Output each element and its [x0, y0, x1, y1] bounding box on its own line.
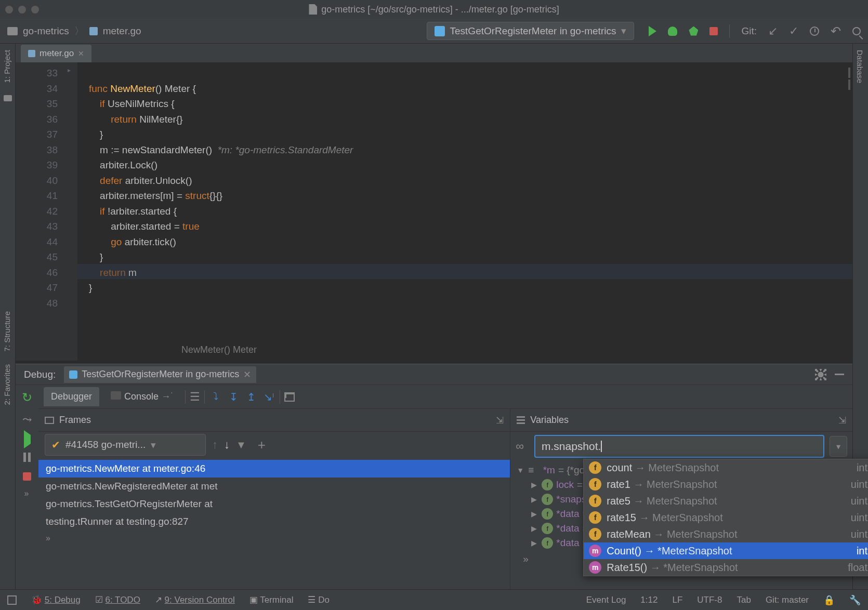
stack-frame[interactable]: go-metrics.TestGetOrRegisterMeter at [38, 495, 510, 513]
debug-session-tab[interactable]: TestGetOrRegisterMeter in go-metrics ✕ [64, 366, 256, 383]
step-over-button[interactable]: ⤵ [209, 390, 222, 404]
vcs-revert-icon[interactable] [831, 24, 841, 38]
stack-frame[interactable]: go-metrics.NewMeter at meter.go:46 [38, 460, 510, 478]
resume-button[interactable] [24, 435, 31, 444]
autocomplete-item[interactable]: f rate5 → MeterSnapshot uint64 [584, 493, 868, 509]
autocomplete-item[interactable]: f rate15 → MeterSnapshot uint64 [584, 509, 868, 526]
debug-side-toolbar: ↻ ⤳ » [16, 385, 38, 589]
run-to-cursor-button[interactable]: ↘I [262, 390, 275, 404]
status-doc-tab[interactable]: ☰ Do [308, 594, 329, 605]
stack-frame[interactable]: go-metrics.NewRegisteredMeter at met [38, 478, 510, 495]
editor-tab[interactable]: meter.go ✕ [21, 45, 91, 62]
breadcrumb-function[interactable]: NewMeter() Meter [181, 342, 257, 358]
zoom-window-icon[interactable] [31, 6, 39, 14]
threads-icon[interactable]: ☰ [190, 390, 200, 404]
settings-icon[interactable] [815, 369, 826, 380]
run-configuration-selector[interactable]: TestGetOrRegisterMeter in go-metrics ▾ [427, 22, 635, 40]
autocomplete-item[interactable]: f rate1 → MeterSnapshot uint64 [584, 476, 868, 493]
hide-icon[interactable] [835, 374, 844, 375]
autocomplete-popup[interactable]: f count → MeterSnapshot int64 f rate1 → … [583, 459, 868, 576]
stop-debug-button[interactable] [23, 472, 31, 481]
hector-icon[interactable]: 🔧 [849, 594, 861, 606]
close-icon[interactable]: ✕ [243, 369, 251, 380]
step-into-button[interactable]: ↧ [227, 390, 240, 404]
eval-history-dropdown[interactable]: ▾ [830, 436, 847, 457]
status-terminal-tab[interactable]: ▣ Terminal [249, 594, 294, 605]
thread-selector[interactable]: ✔ #41458 go-metri... ▾ [45, 434, 206, 456]
stack-frame[interactable]: testing.tRunner at testing.go:827 [38, 513, 510, 531]
evaluate-icon[interactable] [284, 392, 295, 402]
autocomplete-item[interactable]: m Count() → *MeterSnapshot int64 [584, 542, 868, 559]
line-ending[interactable]: LF [672, 595, 682, 605]
coverage-button[interactable] [689, 26, 698, 36]
rerun-button[interactable]: ↻ [22, 390, 32, 405]
gopher-icon [435, 26, 445, 36]
close-tab-icon[interactable]: ✕ [78, 49, 84, 58]
favorites-tool-tab[interactable]: 2: Favorites [0, 358, 14, 411]
folder-icon [7, 27, 18, 35]
separator [729, 24, 730, 38]
separator [204, 390, 205, 404]
autocomplete-item[interactable]: f count → MeterSnapshot int64 [584, 459, 868, 476]
field-kind-icon: f [589, 478, 601, 490]
file-icon [309, 4, 317, 15]
more-frames-icon[interactable]: » [38, 531, 510, 546]
lock-icon[interactable]: 🔒 [823, 594, 835, 606]
gopher-icon [69, 370, 77, 379]
status-eventlog-tab[interactable]: Event Log [586, 595, 626, 605]
status-bar: 🐞 5: Debug ☑ 6: TODO ↗ 9: Version Contro… [0, 589, 868, 610]
indent-style[interactable]: Tab [737, 595, 751, 605]
restore-layout-icon[interactable]: ⇲ [496, 415, 504, 426]
breadcrumb-file[interactable]: meter.go [103, 25, 141, 37]
autocomplete-item[interactable]: f rateMean → MeterSnapshot uint64 [584, 526, 868, 542]
evaluate-expression-input[interactable]: m.snapshot. [534, 435, 824, 458]
more-icon[interactable]: » [24, 489, 30, 498]
scrollbar-markers[interactable] [848, 68, 850, 90]
project-tool-tab[interactable]: 1: Project [0, 44, 14, 89]
fold-icon[interactable]: ▸ [68, 67, 71, 74]
git-branch[interactable]: Git: master [766, 595, 809, 605]
method-kind-icon: m [589, 561, 601, 574]
code-editor[interactable]: 333435 363738 394041 424344 454647 48 ▸ … [16, 62, 852, 361]
pause-button[interactable] [22, 453, 32, 464]
caret-position[interactable]: 1:12 [640, 595, 657, 605]
vcs-commit-icon[interactable] [789, 24, 798, 38]
prev-frame-button[interactable]: ↑ [212, 438, 218, 452]
breadcrumb-project[interactable]: go-metrics [23, 25, 69, 37]
debug-header: Debug: TestGetOrRegisterMeter in go-metr… [16, 364, 852, 385]
debugger-tab[interactable]: Debugger [44, 387, 99, 406]
vcs-update-icon[interactable]: ↙ [768, 24, 778, 38]
status-vcs-tab[interactable]: ↗ 9: Version Control [155, 594, 235, 605]
stop-button[interactable] [709, 27, 718, 35]
console-tab[interactable]: Console →˙ [103, 387, 181, 406]
add-icon[interactable]: + [258, 437, 266, 453]
project-icon[interactable] [4, 95, 12, 101]
vcs-history-icon[interactable] [810, 26, 819, 36]
debug-button[interactable] [668, 26, 677, 36]
watches-icon[interactable]: ∞ [516, 440, 524, 453]
breadcrumb[interactable]: go-metrics 〉 meter.go [7, 24, 141, 38]
filter-icon[interactable]: ▼ [236, 439, 246, 451]
modify-run-icon[interactable]: ⤳ [22, 413, 32, 427]
status-todo-tab[interactable]: ☑ 6: TODO [95, 594, 140, 605]
close-window-icon[interactable] [5, 6, 13, 14]
restore-layout-icon[interactable]: ⇲ [838, 415, 846, 426]
status-debug-tab[interactable]: 🐞 5: Debug [31, 594, 81, 605]
database-tool-tab[interactable]: Database [853, 44, 867, 89]
search-icon[interactable] [852, 27, 861, 35]
tool-windows-icon[interactable] [7, 595, 17, 605]
window-title: go-metrics [~/go/src/go-metrics] - .../m… [309, 4, 559, 15]
window-controls[interactable] [5, 6, 39, 14]
autocomplete-item[interactable]: m Rate15() → *MeterSnapshot float64 [584, 559, 868, 576]
step-out-button[interactable]: ↥ [244, 390, 258, 404]
file-encoding[interactable]: UTF-8 [697, 595, 722, 605]
frame-list[interactable]: go-metrics.NewMeter at meter.go:46 go-me… [38, 458, 510, 589]
gutter[interactable]: 333435 363738 394041 424344 454647 48 [16, 62, 65, 361]
run-button[interactable] [649, 26, 656, 36]
next-frame-button[interactable]: ↓ [224, 438, 230, 452]
minimize-window-icon[interactable] [18, 6, 26, 14]
variables-label: Variables [530, 415, 569, 426]
code-content[interactable]: func NewMeter() Meter { if UseNilMetrics… [77, 62, 852, 361]
fold-column[interactable]: ▸ [65, 62, 77, 361]
structure-tool-tab[interactable]: 7: Structure [0, 305, 14, 358]
